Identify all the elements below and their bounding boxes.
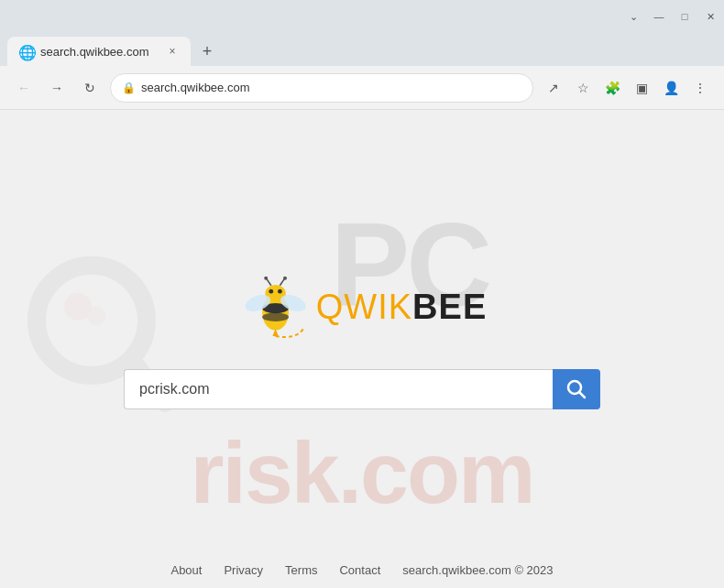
nav-icons-right: ↗ ☆ 🧩 ▣ 👤 ⋮: [541, 75, 713, 101]
svg-line-10: [267, 279, 271, 286]
footer-contact-link[interactable]: Contact: [339, 563, 380, 577]
svg-line-18: [580, 393, 586, 398]
footer-about-link[interactable]: About: [170, 563, 202, 577]
navigation-bar: ← → ↻ 🔒 search.qwikbee.com ↗ ☆ 🧩 ▣ 👤 ⋮: [0, 66, 724, 110]
address-text: search.qwikbee.com: [141, 81, 521, 94]
search-area: [124, 369, 600, 409]
svg-point-11: [264, 277, 268, 280]
svg-point-9: [278, 289, 282, 294]
minimize-button[interactable]: —: [653, 10, 665, 23]
svg-point-3: [87, 307, 105, 325]
maximize-button[interactable]: □: [678, 10, 691, 23]
active-tab[interactable]: 🌐 search.qwikbee.com ×: [7, 37, 191, 66]
address-bar[interactable]: 🔒 search.qwikbee.com: [110, 73, 533, 103]
bookmark-button[interactable]: ☆: [570, 75, 596, 101]
logo-area: QWIK BEE: [237, 270, 487, 343]
page-content: PC risk.com: [0, 110, 724, 588]
logo-bee: BEE: [412, 288, 487, 327]
footer-copyright: search.qwikbee.com © 2023: [402, 563, 553, 577]
tab-favicon-icon: 🌐: [18, 44, 33, 59]
search-icon: [566, 379, 587, 399]
footer-privacy-link[interactable]: Privacy: [224, 563, 263, 577]
back-button[interactable]: ←: [11, 75, 37, 101]
title-bar: ⌄ — □ ✕: [0, 0, 724, 33]
main-area: QWIK BEE: [124, 270, 600, 409]
logo-text-area: QWIK BEE: [316, 288, 487, 327]
reload-button[interactable]: ↻: [77, 75, 103, 101]
search-button[interactable]: [553, 369, 600, 409]
new-tab-button[interactable]: +: [194, 38, 220, 64]
page-footer: About Privacy Terms Contact search.qwikb…: [0, 551, 724, 588]
extensions-button[interactable]: 🧩: [599, 75, 625, 101]
tab-close-button[interactable]: ×: [165, 44, 180, 59]
menu-button[interactable]: ⋮: [687, 75, 713, 101]
svg-point-2: [64, 293, 92, 321]
forward-button[interactable]: →: [44, 75, 70, 101]
profile-button[interactable]: 👤: [658, 75, 684, 101]
watermark-riskcom: risk.com: [191, 430, 534, 517]
browser-window: ⌄ — □ ✕ 🌐 search.qwikbee.com × + ← → ↻ 🔒…: [0, 0, 724, 588]
svg-point-13: [283, 277, 287, 280]
lock-icon: 🔒: [122, 82, 136, 94]
share-button[interactable]: ↗: [541, 75, 566, 101]
tab-title: search.qwikbee.com: [40, 45, 158, 59]
close-button[interactable]: ✕: [704, 10, 717, 23]
svg-point-6: [262, 312, 289, 321]
chevron-icon[interactable]: ⌄: [627, 10, 640, 23]
svg-line-12: [280, 279, 284, 286]
footer-terms-link[interactable]: Terms: [285, 563, 317, 577]
logo-qwik: QWIK: [316, 288, 412, 327]
window-controls: ⌄ — □ ✕: [627, 10, 717, 23]
svg-point-8: [269, 289, 273, 294]
tab-bar: 🌐 search.qwikbee.com × +: [0, 33, 724, 66]
sidebar-button[interactable]: ▣: [629, 75, 654, 101]
search-input[interactable]: [124, 369, 553, 409]
bee-logo-icon: [237, 270, 311, 343]
